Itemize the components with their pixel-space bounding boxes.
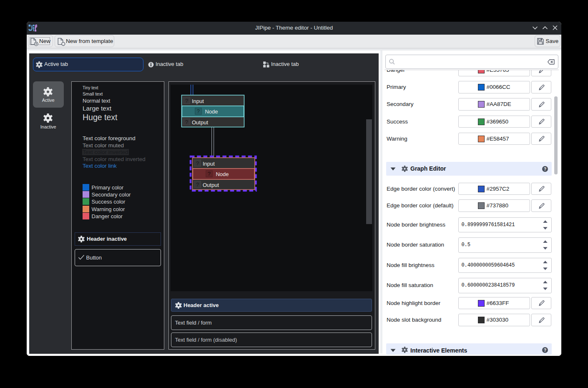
- svg-text:?: ?: [544, 348, 546, 353]
- svg-text:?: ?: [196, 181, 199, 187]
- svg-text:Node: Node: [216, 171, 229, 177]
- svg-text:?: ?: [185, 97, 188, 103]
- svg-text:Node: Node: [205, 108, 218, 115]
- svg-text:Output: Output: [203, 181, 219, 188]
- svg-text:Output: Output: [192, 119, 208, 125]
- svg-text:?: ?: [197, 108, 200, 114]
- svg-text:Input: Input: [192, 98, 204, 104]
- svg-text:?: ?: [185, 118, 188, 125]
- svg-text:?: ?: [544, 166, 546, 171]
- svg-text:?: ?: [196, 160, 199, 166]
- svg-text:Input: Input: [203, 160, 215, 166]
- svg-text:?: ?: [208, 171, 211, 177]
